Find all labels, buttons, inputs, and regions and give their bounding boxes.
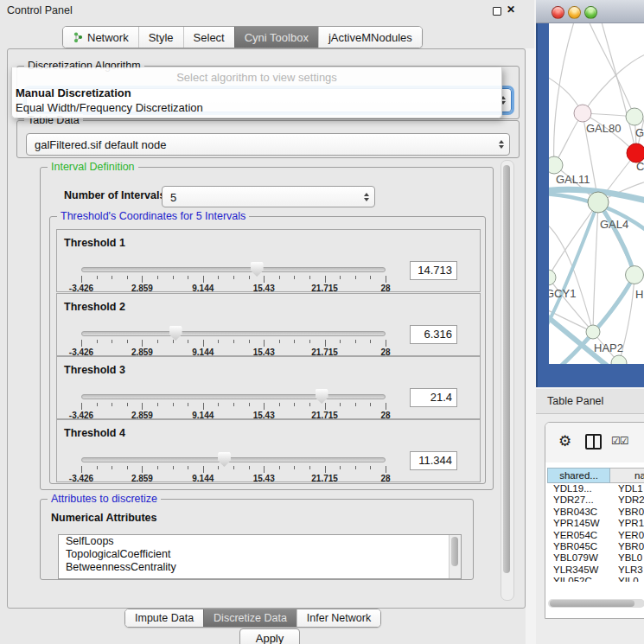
network-edge[interactable] [583, 53, 644, 113]
tab-network[interactable]: Network [63, 27, 138, 48]
slider-thumb[interactable] [316, 389, 328, 404]
panel-vertical-scrollbar[interactable] [501, 160, 514, 601]
network-canvas[interactable]: GAL80GAGAL11CGAL4GCY1HHAP2 [549, 23, 644, 364]
table-cell[interactable]: YBR0 [610, 507, 644, 518]
tick-mark [97, 340, 98, 343]
checkbox-icons[interactable]: ☑☑ [611, 435, 628, 447]
table-cell[interactable]: YLR345W [547, 564, 610, 576]
table-cell[interactable]: YER0 [610, 530, 644, 541]
tab-impute-data[interactable]: Impute Data [125, 609, 203, 627]
tab-style[interactable]: Style [138, 27, 183, 48]
node-HAP2[interactable] [586, 325, 600, 339]
list-item[interactable]: TopologicalCoefficient [59, 548, 461, 561]
panel-scrollbar-thumb[interactable] [503, 165, 510, 573]
table-cell[interactable]: YIL0 [610, 576, 639, 582]
tab-discretize-data[interactable]: Discretize Data [203, 609, 296, 627]
network-edge[interactable] [554, 23, 575, 165]
column-header-shared-name[interactable]: shared... [547, 468, 610, 483]
table-cell[interactable]: YPR145W [547, 518, 610, 529]
tab-infer-network[interactable]: Infer Network [296, 609, 380, 627]
table-cell[interactable]: YDR2 [610, 494, 644, 506]
table-cell[interactable]: YDL19... [547, 483, 610, 494]
slider-track[interactable] [81, 331, 386, 336]
close-icon[interactable]: ✕ [507, 3, 515, 16]
number-of-intervals-combobox[interactable]: 5 [162, 186, 375, 207]
threshold-2-value-field[interactable]: 6.316 [410, 325, 457, 344]
node-right-mid[interactable] [626, 266, 644, 284]
node-top-right[interactable] [626, 108, 643, 125]
network-edge[interactable] [593, 202, 598, 332]
tick-mark [340, 403, 341, 406]
tick-label: 21.715 [311, 474, 338, 483]
control-panel: Control Panel ✕ NetworkStyleSelectCyni T… [0, 0, 534, 644]
threshold-3-slider[interactable]: -3.4262.8599.14415.4321.71528 [81, 388, 386, 418]
node-label-GA: GA [635, 126, 644, 139]
table-horizontal-scrollbar[interactable] [548, 599, 644, 608]
split-column-icon[interactable] [585, 434, 602, 450]
table-cell[interactable]: YBL079W [547, 552, 610, 564]
algorithm-dropdown-popup: Select algorithm to view settings Manual… [11, 67, 502, 118]
threshold-4-value-field[interactable]: 11.344 [410, 451, 457, 470]
tick-mark [97, 276, 98, 279]
tick-mark [249, 403, 250, 406]
slider-ticks [81, 403, 386, 411]
control-panel-title: Control Panel [7, 4, 73, 16]
table-cell[interactable]: YIL052C [547, 576, 610, 582]
tick-label: 15.43 [253, 284, 275, 293]
table-scrollbar-thumb[interactable] [550, 600, 634, 607]
float-window-icon[interactable] [493, 7, 501, 16]
list-scrollbar-thumb[interactable] [451, 537, 458, 566]
algorithm-option-equal-width[interactable]: Equal Width/Frequency Discretization [16, 101, 203, 114]
table-cell[interactable]: YDR27... [547, 494, 610, 506]
list-item[interactable]: BetweennessCentrality [59, 561, 461, 574]
node-GAL80[interactable] [574, 105, 591, 122]
node-GCY1[interactable] [549, 270, 556, 285]
slider-thumb[interactable] [169, 326, 182, 341]
slider-track[interactable] [81, 394, 386, 399]
threshold-1-slider[interactable]: -3.4262.8599.14415.4321.71528 [81, 261, 386, 290]
table-cell[interactable]: YBR0 [610, 541, 644, 552]
slider-thumb[interactable] [251, 262, 264, 277]
tick-mark [127, 403, 128, 406]
table-cell[interactable]: YBL0 [610, 552, 642, 564]
threshold-1-value-field[interactable]: 14.713 [410, 261, 457, 280]
table-cell[interactable]: YBR043C [547, 507, 610, 518]
tick-label: 2.859 [131, 474, 153, 483]
list-scrollbar[interactable] [449, 535, 461, 578]
tick-mark [386, 340, 386, 347]
gear-icon[interactable]: ⚙ [558, 432, 571, 450]
tick-mark [142, 340, 143, 347]
close-traffic-light[interactable] [552, 6, 564, 19]
column-header-name[interactable]: na [610, 468, 644, 483]
zoom-traffic-light[interactable] [584, 6, 597, 19]
slider-track[interactable] [81, 267, 386, 272]
table-data-combobox[interactable]: galFiltered.sif default node [26, 133, 510, 156]
minimize-traffic-light[interactable] [568, 6, 581, 19]
tab-select[interactable]: Select [183, 27, 234, 48]
threshold-3-value-field[interactable]: 21.4 [410, 388, 457, 407]
table-cell[interactable]: YBR045C [547, 541, 610, 552]
slider-thumb[interactable] [218, 452, 231, 467]
node-left-GAL11[interactable] [549, 156, 563, 174]
table-cell[interactable]: YER054C [547, 530, 610, 541]
table-cell[interactable]: YDL1 [610, 483, 643, 494]
threshold-4-slider[interactable]: -3.4262.8599.14415.4321.71528 [81, 451, 386, 481]
network-graph: GAL80GAGAL11CGAL4GCY1HHAP2 [549, 23, 644, 364]
tick-mark [233, 276, 234, 279]
tick-mark [264, 340, 265, 347]
algorithm-option-manual[interactable]: Manual Discretization [16, 86, 131, 99]
numerical-attributes-list[interactable]: SelfLoopsTopologicalCoefficientBetweenne… [58, 534, 462, 579]
apply-button[interactable]: Apply [239, 628, 300, 644]
table-cell[interactable]: YPR1 [610, 518, 644, 529]
tab-cyni-toolbox[interactable]: Cyni Toolbox [234, 27, 318, 48]
list-item[interactable]: SelfLoops [59, 535, 461, 548]
node-GAL4[interactable] [588, 192, 609, 213]
tab-jactivemnodules[interactable]: jActiveMNodules [318, 27, 422, 48]
tick-mark [218, 276, 219, 279]
table-cell[interactable]: YLR3 [610, 564, 643, 576]
threshold-2-slider[interactable]: -3.4262.8599.14415.4321.71528 [81, 325, 386, 354]
network-edge[interactable] [588, 23, 634, 117]
node-label-GAL11: GAL11 [556, 173, 590, 186]
slider-track[interactable] [81, 457, 386, 462]
network-edge-thick[interactable] [549, 202, 598, 331]
